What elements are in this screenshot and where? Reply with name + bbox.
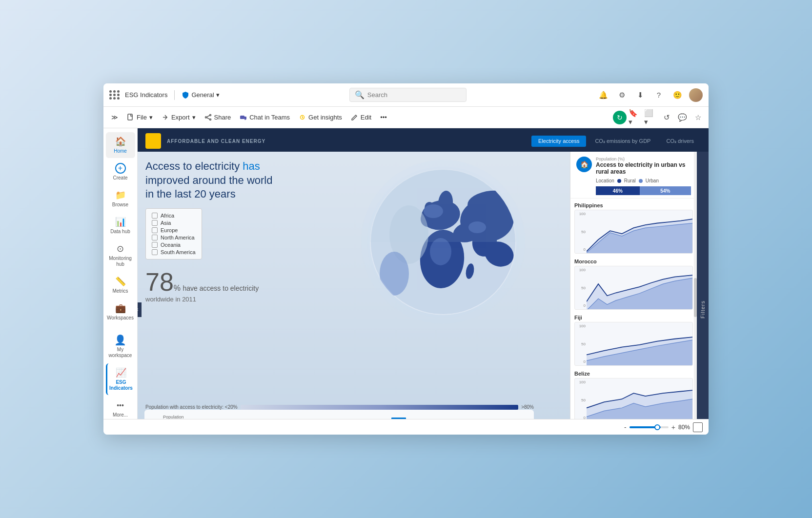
browse-icon: 📁: [115, 190, 126, 200]
report-header: AFFORDABLE AND CLEAN ENERGY Electricity …: [138, 128, 709, 152]
expand-button[interactable]: ≫: [107, 111, 122, 123]
more-button[interactable]: •••: [376, 111, 391, 123]
bar-chart: [223, 415, 528, 419]
panel-pop-label: Population (%): [596, 157, 691, 161]
right-panel: 🏠 Population (%) Access to electricity i…: [570, 152, 697, 419]
app-menu-icon[interactable]: [109, 90, 120, 100]
panel-legend: Location Rural Urban: [596, 178, 691, 183]
legend-asia[interactable]: Asia: [152, 220, 196, 226]
pop-label-right: >80%: [521, 404, 534, 410]
chart-belize: Belize 100 50 0: [574, 371, 693, 419]
nav-more[interactable]: ••• More...: [106, 396, 135, 419]
settings-icon[interactable]: ⚙: [615, 88, 629, 102]
morocco-svg: [587, 266, 692, 310]
tab-co2-drivers[interactable]: CO₂ drivers: [659, 136, 701, 147]
filters-sidebar[interactable]: ‹ Filters: [697, 152, 709, 419]
svg-point-6: [149, 137, 157, 145]
refresh-button[interactable]: ↻: [613, 111, 627, 124]
location-label: Location: [596, 178, 614, 183]
nav-create[interactable]: + Create: [106, 159, 135, 185]
zoom-slider-thumb[interactable]: [654, 424, 660, 430]
panel-bar-row: 46% 54%: [596, 186, 691, 195]
search-input-wrap[interactable]: 🔍: [349, 88, 467, 102]
legend-south-america[interactable]: South America: [152, 249, 196, 255]
expand-icon: ≫: [111, 114, 118, 121]
avatar[interactable]: [689, 88, 703, 102]
bookmark-icon[interactable]: 🔖 ▾: [629, 111, 642, 124]
nav-home[interactable]: 🏠 Home: [106, 132, 135, 158]
zoom-minus-button[interactable]: -: [624, 423, 627, 431]
collapse-icon[interactable]: ‹: [138, 302, 142, 317]
nav-my-workspace[interactable]: 👤 My workspace: [106, 331, 135, 362]
chart-labels: Population People withoutaccess to elect…: [163, 415, 219, 419]
zoom-percentage: 80%: [678, 424, 690, 431]
get-insights-button[interactable]: Get insights: [295, 111, 346, 123]
toolbar: ≫ File ▾ Export ▾ Share Chat in Teams Ge…: [103, 107, 709, 128]
file-button[interactable]: File ▾: [123, 111, 157, 123]
report-main: Access to electricity has improved aroun…: [138, 152, 570, 419]
morocco-chart: 100 50 0: [574, 266, 693, 310]
fiji-y-axis: 100 50 0: [575, 322, 587, 365]
workspace-badge[interactable]: General ▾: [182, 91, 219, 99]
zoom-plus-button[interactable]: +: [671, 423, 675, 431]
more-icon: •••: [115, 400, 126, 411]
svg-point-33: [430, 238, 451, 265]
stat-year: worldwide in 2011: [145, 296, 196, 303]
download-icon[interactable]: ⬇: [633, 88, 647, 102]
title-highlight: has: [243, 160, 260, 172]
export-button[interactable]: Export ▾: [158, 111, 200, 123]
nav-data-hub-label: Data hub: [110, 229, 130, 235]
help-icon[interactable]: ?: [652, 88, 666, 102]
nav-browse[interactable]: 📁 Browse: [106, 186, 135, 212]
favorite-icon[interactable]: ☆: [691, 111, 705, 124]
notifications-icon[interactable]: 🔔: [596, 88, 610, 102]
share-button[interactable]: Share: [201, 111, 235, 123]
nav-workspaces[interactable]: 💼 Workspaces: [106, 299, 135, 325]
morocco-label: Morocco: [574, 259, 693, 264]
nav-metrics[interactable]: 📏 Metrics: [106, 272, 135, 298]
zoom-slider[interactable]: [629, 426, 669, 428]
report-body: Access to electricity has improved aroun…: [138, 152, 709, 419]
tab-electricity-access[interactable]: Electricity access: [531, 136, 586, 147]
tab-co2-gdp[interactable]: CO₂ emissions by GDP: [588, 136, 657, 147]
nav-esg-indicators[interactable]: 📈 ESG Indicators: [106, 363, 135, 395]
chart-content: Population People withoutaccess to elect…: [150, 415, 528, 419]
nav-esg-label: ESG Indicators: [109, 379, 133, 391]
stat-number: 78: [145, 268, 174, 296]
panel-header-row: 🏠 Population (%) Access to electricity i…: [570, 152, 697, 199]
belize-y-axis: 100 50 0: [575, 379, 587, 419]
panel-scrollbar[interactable]: [694, 152, 697, 419]
view-icon[interactable]: ⬜ ▾: [644, 111, 658, 124]
panel-header-text: Population (%) Access to electricity in …: [596, 157, 691, 195]
report-tabs: Electricity access CO₂ emissions by GDP …: [531, 136, 701, 147]
legend-check-africa: [152, 213, 158, 219]
sdg-icon: [145, 133, 161, 149]
nav-monitoring-hub[interactable]: ⊙ Monitoring hub: [106, 239, 135, 271]
legend-oceania[interactable]: Oceania: [152, 242, 196, 248]
search-input[interactable]: [367, 91, 461, 99]
legend-europe[interactable]: Europe: [152, 227, 196, 233]
panel-bar-rural: 46%: [596, 186, 640, 195]
left-nav: 🏠 Home + Create 📁 Browse 📊 Data hub ⊙ Mo…: [103, 128, 138, 419]
urban-label: Urban: [646, 178, 659, 183]
panel-bar-urban: 54%: [640, 186, 691, 195]
nav-my-workspace-label: My workspace: [108, 347, 133, 359]
legend-africa[interactable]: Africa: [152, 213, 196, 219]
panel-scrollbar-thumb[interactable]: [694, 278, 697, 317]
nav-data-hub[interactable]: 📊 Data hub: [106, 213, 135, 239]
fit-to-screen-icon[interactable]: [693, 422, 703, 432]
legend-north-america[interactable]: North America: [152, 235, 196, 240]
data-hub-icon: 📊: [115, 217, 126, 227]
chat-teams-button[interactable]: Chat in Teams: [236, 111, 294, 123]
svg-rect-0: [128, 114, 132, 120]
undo-icon[interactable]: ↺: [660, 111, 673, 124]
esg-icon: 📈: [116, 367, 126, 378]
app-window: ESG Indicators General ▾ 🔍 🔔 ⚙ ⬇ ? 🙂: [103, 83, 709, 435]
legend-check-sa: [152, 249, 158, 255]
comment-icon[interactable]: 💬: [675, 111, 689, 124]
title-bar-left: ESG Indicators General ▾: [109, 90, 220, 100]
panel-house-icon: 🏠: [576, 157, 592, 172]
edit-button[interactable]: Edit: [347, 111, 375, 123]
emoji-icon[interactable]: 🙂: [670, 88, 684, 102]
title-line3: in the last 20 years: [145, 188, 236, 200]
